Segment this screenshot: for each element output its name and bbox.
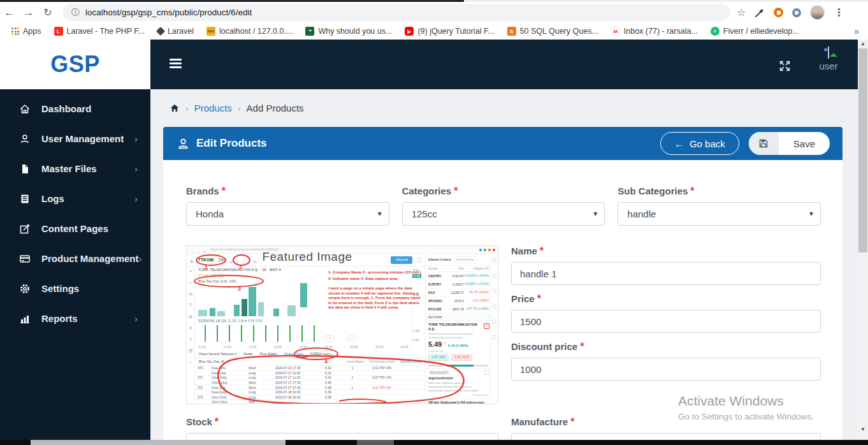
site-info-icon[interactable] [71,6,80,18]
bookmark-star-icon[interactable] [737,6,746,18]
subcategories-select[interactable]: handle [618,202,821,226]
logo-area[interactable]: GSP [0,40,150,89]
stock-manufacture-row: Stock* Manufacture* [186,416,821,440]
ring-extension-icon[interactable] [792,8,801,17]
bookmark-article[interactable]: ❝ Why should you us... [300,26,397,37]
url-text: localhost/gsp/gsp_cms/public/product/6/e… [85,8,252,17]
user-icon [19,133,31,145]
chevron-right-icon [139,253,142,264]
sidebar-item-reports[interactable]: Reports [0,303,150,333]
panel-header: Edit Products Go back Save [163,127,843,160]
name-label: Name [511,245,537,256]
panel-title: Edit Products [196,137,267,150]
user-menu[interactable]: user [809,47,848,71]
sidebar-item-dashboard[interactable]: Dashboard [0,94,150,124]
bookmark-gmail[interactable]: M Inbox (77) - rarsala... [606,26,703,37]
fullscreen-icon[interactable] [778,59,792,73]
main-content: Products Add Products Edit Products Go b… [150,89,858,440]
apps-grid-icon [11,27,19,35]
hscroll-thumb[interactable] [31,440,286,445]
browser-forward-button[interactable] [19,4,38,22]
breadcrumb-products-link[interactable]: Products [194,103,232,113]
vertical-scrollbar[interactable] [858,40,868,440]
bookmark-phpmyadmin[interactable]: PMA localhost / 127.0.0.... [201,26,298,37]
manufacture-input[interactable] [511,433,821,440]
sidebar-toggle-button[interactable] [170,59,182,68]
brands-select[interactable]: Honda [186,202,389,226]
categories-label: Categories [402,186,452,196]
laravel-icon: L [54,27,63,36]
bookmark-youtube[interactable]: ▶ (9) jQuery Tutorial F... [400,26,499,37]
scrollbar-thumb[interactable] [858,48,867,252]
table-row: Uzun ÇıkışAçık [195,399,425,404]
stock-input[interactable] [186,433,498,440]
back-arrow-icon [674,138,684,149]
subcategories-label: Sub Categories [618,186,688,196]
bottom-taskbar-strip [0,440,868,445]
mini-extension-icons [479,249,495,251]
edit-products-panel: Edit Products Go back Save Brands* Ho [163,127,843,440]
sidebar-item-content-pages[interactable]: Content Pages [0,214,150,244]
watchlist-row: DAX12289.27-51.75 (-0.42%) [426,289,491,297]
categories-select[interactable]: 125cc [402,202,605,226]
featured-image-label: Featured Image [187,249,428,265]
scroll-down-icon[interactable] [858,427,868,432]
go-back-button[interactable]: Go back [660,132,739,155]
discount-price-field: Discount price* [511,341,821,381]
bottom-tabs: Hisse Senedi Takipçisi ▾ Notlar Pine Edi… [195,350,425,358]
bookmark-fiverr[interactable]: fi Fiverr / elliedevelop... [705,26,804,37]
chevron-right-icon [134,163,138,174]
red-annotation-text: 1- Company Name 2 - processing minutes (… [328,270,425,310]
orange-extension-icon[interactable] [774,8,783,17]
bookmark-laravel[interactable]: Laravel [152,26,199,37]
watchlist-panel: İzleme Listesi Sembol Ekle Sembol Son De… [425,254,491,404]
breadcrumb-separator-icon [238,103,241,113]
sidebar-item-master-files[interactable]: Master Files [0,154,150,184]
bookmarks-overflow-icon[interactable] [854,26,859,36]
apps-shortcut[interactable]: Apps [6,26,47,37]
chevron-right-icon [134,193,138,204]
discount-price-input[interactable] [511,358,821,381]
breadcrumb: Products Add Products [150,89,858,113]
save-button[interactable]: Save [749,132,830,155]
image-and-fields-row: Featured Image https://tr.tradingview.co… [186,245,821,404]
breadcrumb-separator-icon [185,103,189,113]
sidebar-item-logs[interactable]: Logs [0,184,150,214]
sidebar-item-product-management[interactable]: Product Management [0,244,150,274]
sql-flame-icon: S [507,27,516,36]
eyedropper-extension-icon[interactable] [755,8,765,18]
watchlist-row: BTCUSD9837.05+157.70 (+1.63%) [426,305,491,314]
browser-reload-button[interactable] [38,4,57,22]
news-thumb-icon [484,370,489,375]
sidebar-item-user-management[interactable]: User Management [0,124,150,154]
laravel-diamond-icon [156,27,165,36]
sidebar-item-settings[interactable]: Settings [0,274,150,303]
bookmark-sql[interactable]: S 50 SQL Query Ques... [502,26,604,37]
panel-body: Brands* Honda Categories* 125cc Sub Cate… [163,160,843,440]
logo-text: GSP [50,51,100,78]
chevron-right-icon [134,313,138,324]
subcategories-field: Sub Categories* handle [618,186,821,226]
table-row: Kısa ÇıkışLong2019-07-17 11:155.31 [195,370,425,376]
browser-back-button[interactable] [0,4,19,22]
red-number-1: 1 [205,264,208,271]
fiverr-icon: fi [711,27,720,36]
phpmyadmin-icon: PMA [206,27,215,36]
zoom-controls: − + [322,335,335,342]
browser-menu-icon[interactable] [834,6,844,18]
stock-field: Stock* [186,416,498,440]
price-label: Price [511,293,535,304]
featured-image-upload[interactable]: Featured Image https://tr.tradingview.co… [186,245,498,404]
name-input[interactable] [511,262,821,285]
sidebar-menu: Dashboard User Management Master Files L… [0,89,150,333]
panel-actions: Go back Save [660,132,830,155]
price-input[interactable] [511,310,821,333]
home-icon [19,103,31,115]
browser-profile-avatar[interactable] [810,5,825,20]
right-icon-rail [490,254,498,404]
breadcrumb-home-icon[interactable] [170,103,180,113]
address-bar[interactable]: localhost/gsp/gsp_cms/public/product/6/e… [62,4,730,21]
scroll-up-icon[interactable] [858,41,868,47]
person-icon [177,138,189,150]
bookmark-laravel-php[interactable]: L Laravel - The PHP F... [49,26,150,37]
